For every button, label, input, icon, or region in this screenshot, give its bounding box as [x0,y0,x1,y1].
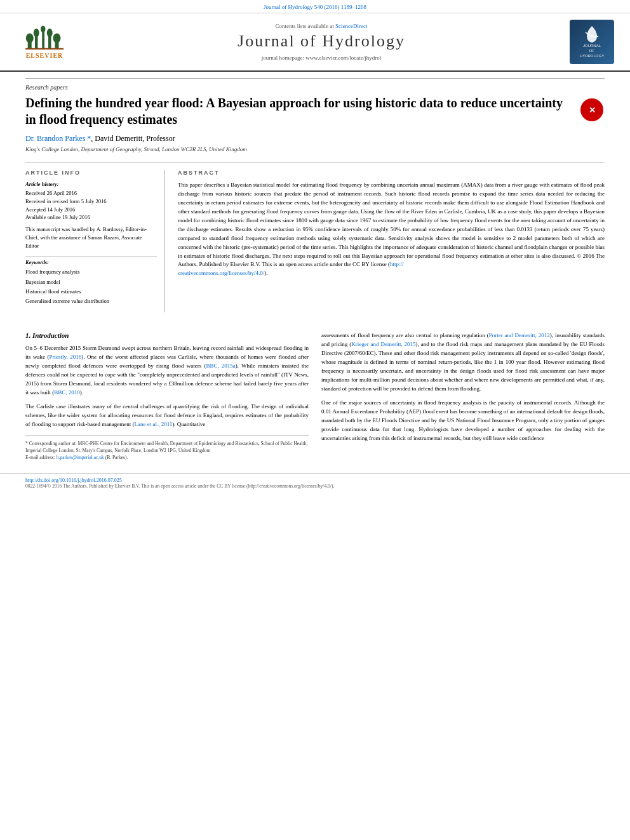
bbc-2015a-link[interactable]: BBC, 2015a [206,363,235,369]
intro-para3: assessments of flood frequency are also … [321,331,605,394]
krieger-link[interactable]: Krieger and Demeritt, 2015 [351,341,415,347]
handled-by: This manuscript was handled by A. Bardos… [25,225,157,250]
svg-point-5 [41,25,46,32]
page: Journal of Hydrology 540 (2016) 1189–120… [0,0,630,493]
journal-logo-box: JOURNALOFHYDROLOGY [570,20,614,64]
history-label: Article history: [25,181,157,187]
authors-line: Dr. Brandon Parkes *, David Demeritt, Pr… [25,134,605,143]
email-link[interactable]: h.parkes@imperial.ac.uk [57,455,104,460]
porter-link[interactable]: Porter and Demeritt, 2012 [489,332,550,338]
copyright-text: 0022-1694/© 2016 The Authors. Published … [25,483,605,489]
author-brandon-link[interactable]: Dr. Brandon Parkes * [25,134,91,143]
intro-para1: On 5–6 December 2015 Storm Desmond swept… [25,344,309,397]
sciencedirect-link[interactable]: ScienceDirect [335,23,367,29]
journal-top-bar: Journal of Hydrology 540 (2016) 1189–120… [0,0,630,13]
elsevier-text: ELSEVIER [26,52,64,59]
svg-point-9 [53,33,61,43]
elsevier-logo: ELSEVIER [25,25,64,59]
priestly-link[interactable]: Priestly, 2016 [50,354,82,360]
elsevier-logo-area: ELSEVIER [13,20,76,64]
header-right: JOURNALOFHYDROLOGY [566,20,617,64]
abstract-text: This paper describes a Bayesian statisti… [178,181,605,278]
header-section: ELSEVIER Contents lists available at Sci… [0,13,630,72]
section-name: Introduction [32,331,69,339]
article-history: Article history: Received 26 April 2016 … [25,181,157,250]
keyword-3: Historical flood estimates [25,287,157,297]
svg-rect-4 [42,30,44,49]
svg-point-7 [47,29,53,37]
news-text: News [294,371,307,378]
journal-title: Journal of Hydrology [238,32,405,51]
svg-text:✕: ✕ [589,105,596,115]
section-1-title: 1. Introduction [25,331,309,339]
received-date: Received 26 April 2016 [25,189,157,197]
body-right-col: assessments of flood frequency are also … [321,331,605,461]
header-center: Contents lists available at ScienceDirec… [83,20,560,64]
accepted-date: Accepted 14 July 2016 [25,206,157,214]
body-section: 1. Introduction On 5–6 December 2015 Sto… [0,319,630,467]
intro-para4: One of the major sources of uncertainty … [321,399,605,443]
body-left-col: 1. Introduction On 5–6 December 2015 Sto… [25,331,309,461]
svg-point-3 [34,29,39,37]
keyword-2: Bayesian model [25,277,157,287]
the-text: the [437,341,444,347]
intro-para2: The Carlisle case illustrates many of th… [25,403,309,429]
crossmark-badge[interactable]: ✕ [579,97,605,123]
journal-citation: Journal of Hydrology 540 (2016) 1189–120… [264,4,366,10]
crossmark-icon: ✕ [580,98,603,121]
hydrology-logo-icon [579,25,605,44]
svg-rect-10 [25,48,64,49]
elsevier-tree-icon [25,25,64,51]
cc-license-link[interactable]: http://creativecommons.org/licenses/by/4… [178,261,404,276]
article-title: Defining the hundred year flood: A Bayes… [25,95,573,128]
doi-link[interactable]: http://dx.doi.org/10.1016/j.jhydrol.2016… [25,477,605,483]
keyword-1: Flood frequency analysis [25,267,157,277]
bottom-bar: http://dx.doi.org/10.1016/j.jhydrol.2016… [0,473,630,493]
crossmark-svg: ✕ [585,103,599,117]
body-two-col: 1. Introduction On 5–6 December 2015 Sto… [25,331,605,461]
journal-homepage: journal homepage: www.elsevier.com/locat… [262,55,381,61]
article-info-header: ARTICLE INFO [25,170,157,176]
keyword-4: Generalised extreme value distribution [25,297,157,306]
article-section: Research papers Defining the hundred yea… [0,72,630,319]
footnote-star: * Corresponding author at: MRC-PHE Centr… [25,440,309,455]
author-david: David Demeritt, Professor [95,134,175,143]
article-title-row: Defining the hundred year flood: A Bayes… [25,95,605,128]
section-num: 1. [25,331,30,339]
footnote-area: * Corresponding author at: MRC-PHE Centr… [25,436,309,462]
left-column: ARTICLE INFO Article history: Received 2… [25,170,165,312]
affiliation: King's College London, Department of Geo… [25,146,605,152]
svg-rect-2 [35,36,38,49]
keywords-label: Keywords: [25,259,157,265]
lane-link[interactable]: Lane et al., 2011 [134,421,172,427]
right-column: ABSTRACT This paper describes a Bayesian… [178,170,605,312]
contents-line: Contents lists available at ScienceDirec… [276,23,368,29]
svg-rect-6 [48,36,51,49]
footnote-email: E-mail address: h.parkes@imperial.ac.uk … [25,454,309,461]
divider [25,256,157,257]
received-revised-date: Received in revised form 5 July 2016 [25,197,157,206]
available-date: Available online 19 July 2016 [25,213,157,222]
abstract-header: ABSTRACT [178,170,605,176]
research-papers-label: Research papers [25,78,605,91]
article-info-abstract: ARTICLE INFO Article history: Received 2… [25,163,605,312]
svg-point-1 [26,33,34,43]
keywords-section: Keywords: Flood frequency analysis Bayes… [25,259,157,306]
bbc-2010-link[interactable]: BBC, 2010 [54,389,80,396]
